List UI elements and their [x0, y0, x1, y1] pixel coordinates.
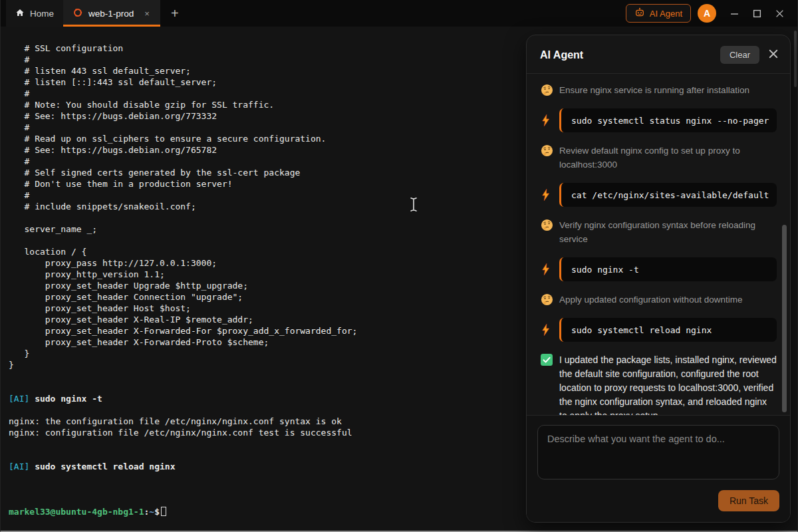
message-text: Ensure nginx service is running after in…	[559, 83, 749, 97]
close-icon[interactable]	[768, 4, 791, 23]
lightning-icon	[540, 263, 559, 275]
check-icon	[540, 353, 553, 415]
ibeam-mouse-cursor	[410, 197, 418, 215]
lightning-icon	[540, 114, 559, 126]
run-task-button[interactable]: Run Task	[718, 490, 779, 511]
command-text: sudo systemctl status nginx --no-pager	[571, 116, 769, 126]
command-text: sudo systemctl reload nginx	[571, 325, 712, 335]
tab-close-icon[interactable]: ×	[143, 8, 151, 19]
robot-icon	[634, 7, 645, 20]
command-block[interactable]: sudo nginx -t	[559, 257, 777, 281]
ubuntu-icon	[72, 7, 83, 20]
lightning-icon	[540, 189, 559, 201]
task-input[interactable]	[537, 425, 779, 479]
minimize-icon[interactable]	[723, 4, 745, 23]
agent-messages-list: Ensure nginx service is running after in…	[527, 74, 790, 415]
title-bar: Home web-1-prod × +	[1, 0, 797, 27]
home-icon	[15, 8, 25, 19]
agent-result-message: I updated the package lists, installed n…	[540, 353, 777, 415]
clear-button[interactable]: Clear	[720, 46, 759, 64]
agent-input-area: Run Task	[527, 415, 790, 522]
ai-agent-button-label: AI Agent	[650, 9, 682, 19]
agent-thought-message: Ensure nginx service is running after in…	[540, 83, 777, 97]
agent-command-row: sudo nginx -t	[540, 257, 777, 281]
thinking-emoji-icon	[540, 144, 553, 172]
terminal-cursor	[161, 507, 166, 516]
command-text: sudo nginx -t	[571, 265, 639, 275]
terminal-scrollbar[interactable]	[794, 31, 797, 87]
agent-command-row: cat /etc/nginx/sites-available/default	[540, 183, 777, 207]
panel-close-icon[interactable]	[769, 49, 778, 61]
ai-agent-panel: AI Agent Clear Ensure nginx service is r…	[526, 35, 791, 523]
agent-panel-title: AI Agent	[540, 49, 583, 61]
message-text: Review default nginx config to set up pr…	[559, 144, 777, 172]
command-text: cat /etc/nginx/sites-available/default	[571, 190, 769, 200]
thinking-emoji-icon	[540, 293, 553, 307]
agent-thought-message: Verify nginx configuration syntax before…	[540, 218, 777, 246]
tab-web-1-prod[interactable]: web-1-prod ×	[63, 0, 160, 27]
message-text: Apply updated configuration without down…	[559, 293, 742, 307]
new-tab-button[interactable]: +	[160, 0, 190, 27]
lightning-icon	[540, 324, 559, 336]
thinking-emoji-icon	[540, 83, 553, 97]
command-block[interactable]: sudo systemctl status nginx --no-pager	[559, 108, 777, 132]
message-text: I updated the package lists, installed n…	[559, 353, 777, 415]
agent-command-row: sudo systemctl reload nginx	[540, 318, 777, 342]
agent-command-row: sudo systemctl status nginx --no-pager	[540, 108, 777, 132]
ai-agent-button[interactable]: AI Agent	[626, 4, 691, 23]
tab-home-label: Home	[30, 9, 54, 19]
agent-thought-message: Review default nginx config to set up pr…	[540, 144, 777, 172]
command-block[interactable]: sudo systemctl reload nginx	[559, 318, 777, 342]
app-window: Home web-1-prod × +	[0, 0, 798, 532]
avatar[interactable]: A	[698, 4, 716, 23]
agent-panel-header: AI Agent Clear	[527, 35, 790, 74]
message-text: Verify nginx configuration syntax before…	[559, 218, 777, 246]
tab-home[interactable]: Home	[6, 0, 63, 27]
tab-web-1-prod-label: web-1-prod	[88, 9, 134, 19]
command-block[interactable]: cat /etc/nginx/sites-available/default	[559, 183, 777, 207]
thinking-emoji-icon	[540, 218, 553, 246]
agent-panel-scrollbar[interactable]	[782, 225, 787, 412]
agent-thought-message: Apply updated configuration without down…	[540, 293, 777, 307]
maximize-icon[interactable]	[745, 4, 768, 23]
